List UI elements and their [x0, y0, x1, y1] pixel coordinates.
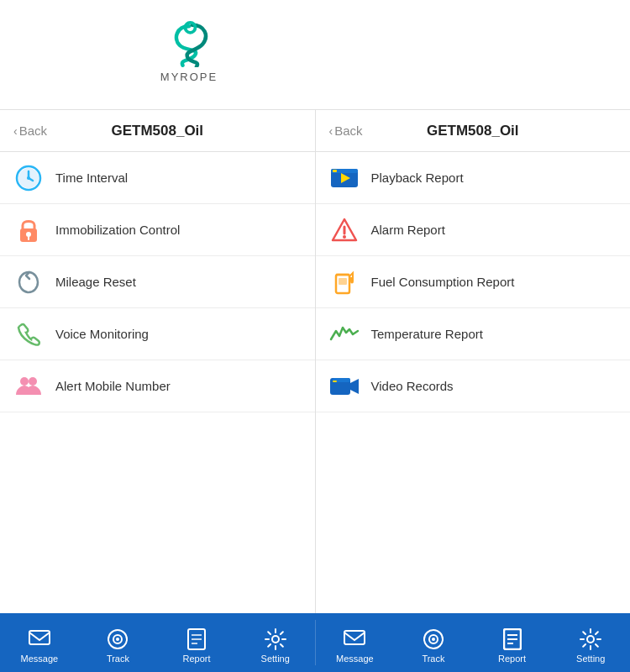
svg-point-17: [343, 235, 346, 239]
logo-area: MYROPE: [0, 0, 315, 92]
message-nav-icon: [28, 627, 51, 651]
nav-item-track2[interactable]: Track: [394, 613, 473, 672]
right-back-chevron-icon: ‹: [329, 124, 333, 138]
setting-nav-icon: [264, 627, 287, 651]
svg-point-42: [587, 636, 594, 643]
menu-item-alert-mobile[interactable]: Alert Mobile Number: [0, 360, 315, 412]
phone-icon: [13, 319, 44, 349]
right-back-label: Back: [334, 123, 362, 138]
menu-item-video-records[interactable]: Video Records: [316, 360, 631, 412]
svg-point-9: [20, 377, 29, 386]
svg-rect-34: [344, 631, 365, 644]
menu-item-playback-report[interactable]: Playback Report: [316, 152, 631, 204]
nav-item-message2[interactable]: Message: [316, 613, 395, 672]
nav-label-message2: Message: [336, 654, 374, 664]
clock-icon: [13, 163, 44, 193]
svg-point-5: [27, 176, 30, 180]
immobilization-label: Immobilization Control: [55, 223, 180, 237]
left-panel-header: ‹ Back GETM508_Oil: [0, 110, 315, 152]
right-back-button[interactable]: ‹ Back: [329, 123, 363, 138]
left-back-label: Back: [19, 123, 47, 138]
fuel-icon: [329, 267, 360, 297]
nav-item-track[interactable]: Track: [79, 613, 158, 672]
lock-icon: [13, 215, 44, 245]
menu-item-temperature-report[interactable]: Temperature Report: [316, 308, 631, 360]
svg-point-28: [116, 638, 119, 641]
right-panel: ‹ Back GETM508_Oil Playback Report: [316, 109, 631, 613]
fuel-report-label: Fuel Consumption Report: [371, 275, 515, 289]
nav-label-report: Report: [183, 654, 211, 664]
temperature-report-label: Temperature Report: [371, 327, 483, 341]
menu-item-immobilization[interactable]: Immobilization Control: [0, 204, 315, 256]
menu-item-voice-monitoring[interactable]: Voice Monitoring: [0, 308, 315, 360]
message-nav-icon2: [343, 627, 366, 651]
menu-item-alarm-report[interactable]: Alarm Report: [316, 204, 631, 256]
svg-marker-22: [350, 379, 359, 394]
nav-item-setting2[interactable]: Setting: [551, 613, 630, 672]
report-nav-icon2: [501, 627, 524, 651]
nav-item-setting[interactable]: Setting: [236, 613, 315, 672]
voice-monitoring-label: Voice Monitoring: [55, 327, 149, 341]
time-interval-label: Time Interval: [55, 171, 128, 185]
alarm-report-label: Alarm Report: [371, 223, 445, 237]
left-panel: ‹ Back GETM508_Oil Time Interval: [0, 109, 316, 613]
menu-item-time-interval[interactable]: Time Interval: [0, 152, 315, 204]
video-icon: [329, 371, 360, 402]
menu-item-fuel-report[interactable]: Fuel Consumption Report: [316, 256, 631, 308]
bottom-nav: Message Track Report: [0, 613, 630, 672]
menu-item-mileage-reset[interactable]: Mileage Reset: [0, 256, 315, 308]
nav-label-message: Message: [20, 654, 58, 664]
left-back-button[interactable]: ‹ Back: [13, 123, 47, 138]
right-panel-title: GETM508_Oil: [363, 123, 583, 139]
svg-rect-24: [333, 381, 337, 382]
alert-mobile-label: Alert Mobile Number: [55, 379, 171, 393]
panels-container: ‹ Back GETM508_Oil Time Interval: [0, 109, 630, 613]
nav-label-track: Track: [107, 654, 129, 664]
reset-icon: [13, 267, 44, 297]
left-panel-title: GETM508_Oil: [47, 123, 267, 139]
nav-item-report2[interactable]: Report: [473, 613, 552, 672]
svg-rect-14: [333, 170, 337, 172]
svg-point-37: [432, 638, 435, 641]
report-nav-icon: [185, 627, 208, 651]
people-icon: [13, 371, 44, 402]
alarm-icon: [329, 215, 360, 245]
playback-report-label: Playback Report: [371, 171, 464, 185]
nav-label-track2: Track: [422, 654, 444, 664]
video-records-label: Video Records: [371, 379, 454, 393]
nav-item-report[interactable]: Report: [157, 613, 236, 672]
nav-item-message[interactable]: Message: [0, 613, 79, 672]
playback-icon: [329, 163, 360, 193]
logo-text: MYROPE: [160, 71, 218, 83]
left-back-chevron-icon: ‹: [13, 124, 18, 138]
track-nav-icon2: [422, 627, 445, 651]
mileage-reset-label: Mileage Reset: [55, 275, 136, 289]
myrope-logo: [164, 17, 214, 67]
temperature-icon: [329, 319, 360, 349]
right-panel-header: ‹ Back GETM508_Oil: [316, 110, 631, 152]
svg-point-33: [272, 636, 279, 643]
svg-rect-19: [339, 278, 347, 285]
nav-label-report2: Report: [498, 654, 526, 664]
track-nav-icon: [106, 627, 129, 651]
nav-label-setting: Setting: [261, 654, 290, 664]
svg-point-10: [29, 377, 37, 386]
nav-label-setting2: Setting: [576, 654, 605, 664]
setting-nav-icon2: [579, 627, 602, 651]
svg-rect-25: [29, 631, 50, 644]
